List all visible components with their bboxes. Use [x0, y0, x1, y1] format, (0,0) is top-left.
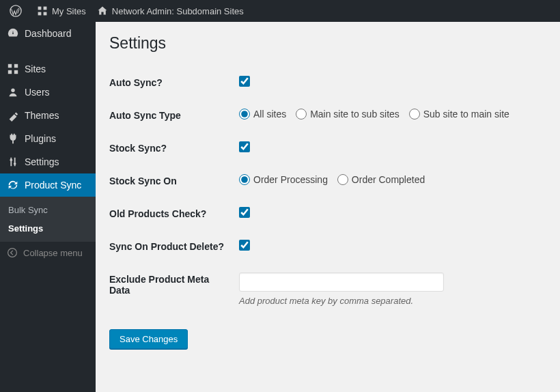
plugins-icon [7, 132, 19, 145]
exclude-meta-label: Exclude Product Meta Data [109, 263, 239, 316]
themes-icon [7, 109, 19, 122]
svg-rect-7 [8, 70, 12, 74]
radio-main-to-sub[interactable]: Main site to sub sites [296, 109, 400, 120]
collapse-menu[interactable]: Collapse menu [0, 242, 96, 264]
home-icon [97, 5, 108, 16]
my-sites-link[interactable]: My Sites [31, 0, 92, 22]
settings-form: Auto Sync? Auto Sync Type All sites Main… [109, 66, 546, 316]
radio-order-completed-input[interactable] [337, 174, 348, 185]
submenu-settings[interactable]: Settings [0, 219, 96, 238]
radio-all-sites[interactable]: All sites [239, 109, 286, 120]
stock-sync-on-label: Stock Sync On [109, 165, 239, 197]
menu-dashboard[interactable]: Dashboard [0, 22, 96, 45]
radio-sub-to-main[interactable]: Sub site to main site [409, 109, 509, 120]
submenu: Bulk Sync Settings [0, 197, 96, 242]
menu-label: Users [25, 87, 50, 98]
wordpress-icon [10, 5, 22, 17]
stock-sync-on-group: Order Processing Order Completed [239, 174, 546, 187]
save-button[interactable]: Save Changes [109, 329, 188, 349]
radio-sub-to-main-input[interactable] [409, 109, 420, 120]
sync-icon [7, 179, 19, 191]
auto-sync-type-label: Auto Sync Type [109, 99, 239, 132]
svg-rect-6 [14, 64, 18, 68]
radio-order-processing[interactable]: Order Processing [239, 174, 328, 185]
radio-order-processing-input[interactable] [239, 174, 250, 185]
exclude-meta-input[interactable] [239, 272, 444, 292]
dashboard-icon [7, 27, 19, 40]
menu-label: Dashboard [25, 28, 72, 39]
menu-product-sync[interactable]: Product Sync [0, 173, 96, 197]
network-admin-link[interactable]: Network Admin: Subdomain Sites [92, 0, 249, 22]
menu-plugins[interactable]: Plugins [0, 127, 96, 150]
auto-sync-type-group: All sites Main site to sub sites Sub sit… [239, 109, 546, 122]
page-title: Settings [109, 34, 546, 53]
collapse-label: Collapse menu [23, 248, 83, 258]
svg-point-11 [14, 163, 16, 165]
svg-rect-2 [44, 7, 47, 10]
sync-on-delete-checkbox[interactable] [239, 240, 250, 251]
menu-label: Plugins [25, 133, 56, 144]
svg-rect-4 [44, 12, 47, 16]
admin-sidebar: Dashboard Sites Users Themes Plugins Set… [0, 22, 96, 392]
sync-on-delete-label: Sync On Product Delete? [109, 230, 239, 263]
network-admin-label: Network Admin: Subdomain Sites [112, 6, 244, 16]
exclude-meta-description: Add product meta key by comma separated. [239, 296, 546, 306]
menu-settings[interactable]: Settings [0, 150, 96, 173]
auto-sync-checkbox[interactable] [239, 76, 250, 87]
svg-rect-3 [38, 12, 42, 16]
svg-point-12 [8, 249, 17, 257]
menu-label: Settings [25, 156, 59, 167]
stock-sync-checkbox[interactable] [239, 141, 250, 152]
auto-sync-label: Auto Sync? [109, 66, 239, 99]
menu-sites[interactable]: Sites [0, 57, 96, 81]
sites-icon [7, 63, 19, 75]
admin-bar: My Sites Network Admin: Subdomain Sites [0, 0, 560, 22]
wp-logo[interactable] [4, 0, 31, 22]
menu-label: Sites [25, 64, 46, 74]
stock-sync-label: Stock Sync? [109, 132, 239, 165]
old-products-checkbox[interactable] [239, 207, 250, 218]
menu-label: Themes [25, 110, 59, 121]
my-sites-label: My Sites [52, 6, 86, 16]
submenu-bulk-sync[interactable]: Bulk Sync [0, 201, 96, 219]
radio-all-sites-input[interactable] [239, 109, 250, 120]
sites-icon [37, 5, 48, 16]
radio-main-to-sub-input[interactable] [296, 109, 307, 120]
svg-rect-1 [38, 7, 42, 10]
menu-label: Product Sync [25, 180, 81, 191]
svg-point-10 [10, 159, 13, 162]
radio-order-completed[interactable]: Order Completed [337, 174, 425, 185]
old-products-label: Old Products Check? [109, 197, 239, 230]
menu-themes[interactable]: Themes [0, 104, 96, 127]
collapse-icon [7, 247, 18, 258]
svg-rect-8 [14, 70, 18, 74]
svg-point-9 [11, 89, 14, 92]
svg-rect-5 [8, 64, 12, 68]
menu-users[interactable]: Users [0, 81, 96, 104]
users-icon [7, 86, 19, 98]
settings-icon [7, 156, 19, 168]
main-content: Settings Auto Sync? Auto Sync Type All s… [96, 22, 560, 392]
